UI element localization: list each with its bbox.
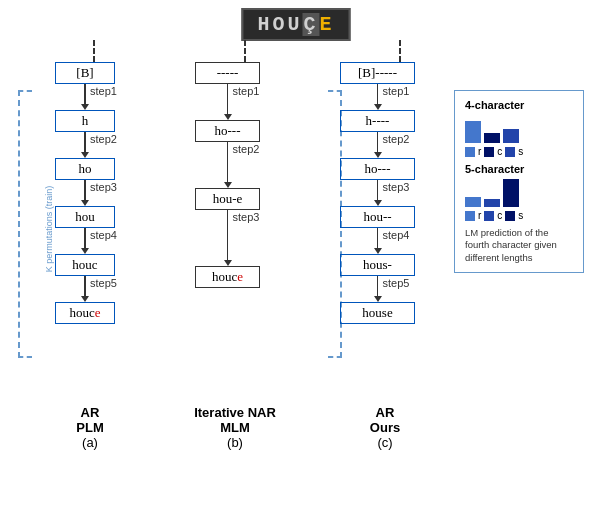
node-c-1: h---- <box>340 110 415 132</box>
node-b-0: ----- <box>195 62 260 84</box>
main-container: HOUÇE K permutations (train) [B] step1 h… <box>0 0 592 506</box>
node-c-5: house <box>340 302 415 324</box>
node-a-3: hou <box>55 206 115 228</box>
dash-to-c <box>399 40 401 62</box>
col-c-label: AR Ours (c) <box>330 405 440 450</box>
dash-to-a <box>93 40 95 62</box>
legend-5char-bars <box>465 179 573 207</box>
node-c-4: hous- <box>340 254 415 276</box>
legend-4char-bars <box>465 115 573 143</box>
col-a-label: AR PLM (a) <box>35 405 145 450</box>
col-a-container: [B] step1 h step2 ho step3 hou step4 hou… <box>55 62 115 324</box>
node-a-2: ho <box>55 158 115 180</box>
legend-items-4: r c s <box>465 146 573 157</box>
col-b-label: Iterative NAR MLM (b) <box>170 405 300 450</box>
k-bracket-a <box>18 90 32 358</box>
node-a-1: h <box>55 110 115 132</box>
detected-text: house <box>339 373 372 389</box>
col-c-container: [B]----- step1 h---- step2 ho--- step3 h… <box>340 62 415 324</box>
legend-5char-title: 5-character <box>465 163 573 175</box>
node-b-1: ho--- <box>195 120 260 142</box>
legend-items-5: r c s <box>465 210 573 221</box>
node-a-0: [B] <box>55 62 115 84</box>
legend-4char-title: 4-character <box>465 99 573 111</box>
node-a-5: houce <box>55 302 115 324</box>
node-b-3: houce <box>195 266 260 288</box>
legend-box: 4-character r c s 5-character r <box>454 90 584 273</box>
legend-description: LM prediction of the fourth character gi… <box>465 227 573 264</box>
top-image: HOUÇE <box>241 8 350 41</box>
node-c-2: ho--- <box>340 158 415 180</box>
node-a-4: houc <box>55 254 115 276</box>
node-b-2: hou-e <box>195 188 260 210</box>
k-label-a: K permutations (train) <box>44 184 54 274</box>
node-c-3: hou-- <box>340 206 415 228</box>
dash-to-b <box>244 40 246 62</box>
col-b-container: ----- step1 ho--- step2 hou-e step3 houc… <box>195 62 260 288</box>
node-c-0: [B]----- <box>340 62 415 84</box>
